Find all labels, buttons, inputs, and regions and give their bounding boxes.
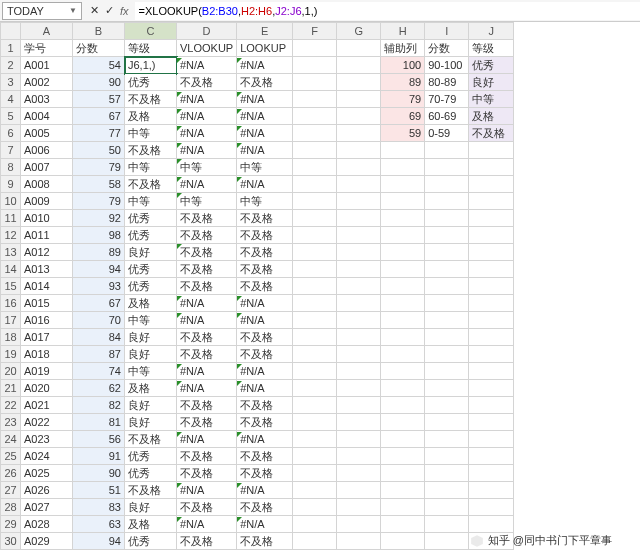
cell-D16[interactable]: #N/A [177,295,237,312]
col-header-H[interactable]: H [381,23,425,40]
cell-B18[interactable]: 84 [73,329,125,346]
cell-E23[interactable]: 不及格 [237,414,293,431]
cell-H22[interactable] [381,397,425,414]
cell-D13[interactable]: 不及格 [177,244,237,261]
cell-E29[interactable]: #N/A [237,516,293,533]
cell-C7[interactable]: 不及格 [125,142,177,159]
cell-G9[interactable] [337,176,381,193]
cell-D8[interactable]: 中等 [177,159,237,176]
cell-G25[interactable] [337,448,381,465]
cell-D17[interactable]: #N/A [177,312,237,329]
cell-B23[interactable]: 81 [73,414,125,431]
cell-H15[interactable] [381,278,425,295]
cell-I15[interactable] [425,278,469,295]
cell-J8[interactable] [469,159,514,176]
cell-J5[interactable]: 及格 [469,108,514,125]
cell-F15[interactable] [293,278,337,295]
cell-E10[interactable]: 中等 [237,193,293,210]
cell-F16[interactable] [293,295,337,312]
cell-I5[interactable]: 60-69 [425,108,469,125]
cell-B13[interactable]: 89 [73,244,125,261]
cell-I4[interactable]: 70-79 [425,91,469,108]
row-header-19[interactable]: 19 [1,346,21,363]
row-header-20[interactable]: 20 [1,363,21,380]
cell-G10[interactable] [337,193,381,210]
row-header-26[interactable]: 26 [1,465,21,482]
cell-E16[interactable]: #N/A [237,295,293,312]
cell-G24[interactable] [337,431,381,448]
cell-B30[interactable]: 94 [73,533,125,550]
cell-A15[interactable]: A014 [21,278,73,295]
cell-I13[interactable] [425,244,469,261]
cell-F3[interactable] [293,74,337,91]
cell-D27[interactable]: #N/A [177,482,237,499]
cell-D2[interactable]: #N/A [177,57,237,74]
select-all[interactable] [1,23,21,40]
dropdown-icon[interactable]: ▼ [69,6,77,15]
cell-D24[interactable]: #N/A [177,431,237,448]
cell-C18[interactable]: 良好 [125,329,177,346]
cell-B28[interactable]: 83 [73,499,125,516]
cell-J22[interactable] [469,397,514,414]
cell-F11[interactable] [293,210,337,227]
cell-A21[interactable]: A020 [21,380,73,397]
cell-D14[interactable]: 不及格 [177,261,237,278]
cell-G13[interactable] [337,244,381,261]
cell-B29[interactable]: 63 [73,516,125,533]
cell-F10[interactable] [293,193,337,210]
cell-H5[interactable]: 69 [381,108,425,125]
row-header-5[interactable]: 5 [1,108,21,125]
cell-F18[interactable] [293,329,337,346]
cell-F22[interactable] [293,397,337,414]
row-header-28[interactable]: 28 [1,499,21,516]
cell-D30[interactable]: 不及格 [177,533,237,550]
cell-F27[interactable] [293,482,337,499]
cell-A29[interactable]: A028 [21,516,73,533]
cell-F6[interactable] [293,125,337,142]
cell-B26[interactable]: 90 [73,465,125,482]
cell-J27[interactable] [469,482,514,499]
cell-E22[interactable]: 不及格 [237,397,293,414]
cell-A10[interactable]: A009 [21,193,73,210]
cell-A17[interactable]: A016 [21,312,73,329]
cell-H30[interactable] [381,533,425,550]
cell-I12[interactable] [425,227,469,244]
cell-D28[interactable]: 不及格 [177,499,237,516]
row-header-1[interactable]: 1 [1,40,21,57]
cell-H10[interactable] [381,193,425,210]
cell-D5[interactable]: #N/A [177,108,237,125]
cell-F21[interactable] [293,380,337,397]
cell-F30[interactable] [293,533,337,550]
row-header-29[interactable]: 29 [1,516,21,533]
cell-G16[interactable] [337,295,381,312]
col-header-E[interactable]: E [237,23,293,40]
cell-I6[interactable]: 0-59 [425,125,469,142]
cell-J1[interactable]: 等级 [469,40,514,57]
cell-D29[interactable]: #N/A [177,516,237,533]
col-header-I[interactable]: I [425,23,469,40]
cell-J26[interactable] [469,465,514,482]
cell-E12[interactable]: 不及格 [237,227,293,244]
cell-E20[interactable]: #N/A [237,363,293,380]
cell-E14[interactable]: 不及格 [237,261,293,278]
row-header-10[interactable]: 10 [1,193,21,210]
cell-B7[interactable]: 50 [73,142,125,159]
cell-J21[interactable] [469,380,514,397]
cell-G12[interactable] [337,227,381,244]
cell-I17[interactable] [425,312,469,329]
row-header-21[interactable]: 21 [1,380,21,397]
cell-D22[interactable]: 不及格 [177,397,237,414]
cell-I25[interactable] [425,448,469,465]
row-header-27[interactable]: 27 [1,482,21,499]
cell-D7[interactable]: #N/A [177,142,237,159]
cell-I22[interactable] [425,397,469,414]
cell-G4[interactable] [337,91,381,108]
cell-C21[interactable]: 及格 [125,380,177,397]
cell-G17[interactable] [337,312,381,329]
cell-J4[interactable]: 中等 [469,91,514,108]
row-header-18[interactable]: 18 [1,329,21,346]
cell-G19[interactable] [337,346,381,363]
cell-I16[interactable] [425,295,469,312]
cell-B1[interactable]: 分数 [73,40,125,57]
row-header-6[interactable]: 6 [1,125,21,142]
